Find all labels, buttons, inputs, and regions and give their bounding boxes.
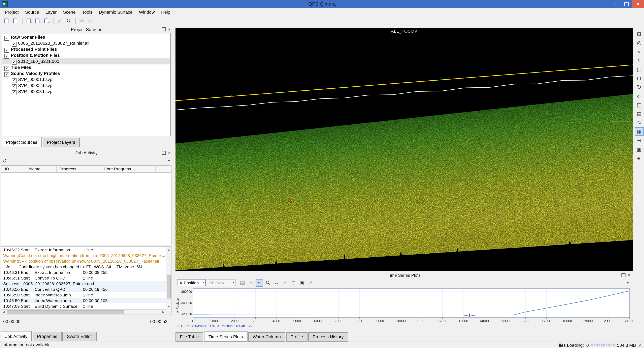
menu-window[interactable]: Window — [136, 8, 158, 17]
menu-layer[interactable]: Layer — [42, 8, 60, 17]
add-raw-sonar-files-icon[interactable]: ≈ — [24, 17, 32, 25]
rotate-view-icon[interactable]: ↻ — [635, 83, 644, 91]
checkbox[interactable]: ✓ — [4, 66, 9, 71]
zoom-box-icon[interactable]: ⊡ — [635, 74, 644, 83]
panel-menu-button[interactable]: ▾ — [627, 281, 629, 285]
dynamic-surface-icon[interactable]: ◈ — [635, 154, 644, 162]
column-header-name[interactable]: Name — [13, 166, 57, 172]
log-row[interactable]: Success0005_20120628_033627_Rainier.qpd — [1, 281, 166, 286]
compass-icon[interactable]: ◎ — [635, 39, 644, 47]
tree-item-0005-20120628-033627-rainier-all[interactable]: ✓0005_20120628_033627_Rainier.all — [2, 40, 170, 46]
scene-viewer[interactable]: ALL_POSMV — [176, 28, 633, 271]
scroll-left-icon[interactable]: ◀ — [1, 309, 6, 314]
close-panel-icon[interactable]: × — [168, 27, 171, 32]
log-row[interactable]: WarningCould not strip height informatio… — [1, 252, 166, 258]
log-horizontal-scrollbar[interactable]: ◀ ▶ — [1, 309, 166, 314]
column-header-progress[interactable]: Progress — [57, 166, 79, 172]
maximize-button[interactable] — [621, 0, 632, 8]
menu-scene[interactable]: Scene — [60, 8, 79, 17]
log-row[interactable]: 10:46:50 StartIndex Watercolumn1 line — [1, 292, 166, 298]
new-project-icon[interactable] — [2, 17, 10, 25]
crosshair-icon[interactable]: ⌖ — [635, 48, 644, 56]
polygon-select-icon[interactable]: ◇ — [635, 92, 644, 100]
checkbox[interactable]: ✓ — [4, 48, 9, 53]
checkbox[interactable]: ✓ — [12, 78, 16, 83]
split-view-icon[interactable]: ◫ — [635, 101, 644, 109]
add-layer-icon[interactable]: ⊕ — [635, 136, 644, 145]
tab-file-table[interactable]: File Table — [176, 332, 203, 341]
close-panel-icon[interactable]: × — [628, 273, 630, 277]
log-row[interactable]: 10:46:50 EndConvert To QPD00:00:19.456 — [1, 286, 166, 292]
time-series-plot[interactable]: 3200003400003600000100020003000400050006… — [176, 288, 633, 324]
scroll-right-icon[interactable]: ▶ — [160, 309, 166, 314]
log-row[interactable]: 10:46:31 EndExtract Information00:00:08.… — [1, 269, 166, 275]
scroll-thumb[interactable] — [7, 310, 124, 314]
tree-item-tide-files[interactable]: ✓Tide Files — [2, 65, 170, 71]
tree-item-2012-180-s221-000[interactable]: ✓2012_180_S221.000 — [2, 58, 170, 65]
shading-icon[interactable]: ▣ — [635, 145, 644, 153]
log-row[interactable]: 10:46:31 StartConvert To QPD1 line — [1, 275, 166, 281]
log-row[interactable]: WarningSVP position of observation unkno… — [1, 258, 166, 264]
checkbox[interactable]: ✓ — [4, 36, 9, 41]
float-panel-icon[interactable] — [162, 151, 166, 155]
float-panel-icon[interactable] — [621, 273, 625, 277]
surface-grid-icon[interactable]: ▦ — [635, 127, 644, 136]
close-button[interactable]: × — [632, 0, 644, 8]
tab-project-layers[interactable]: Project Layers — [42, 138, 80, 147]
fit-box-icon[interactable]: ▢ — [290, 279, 297, 286]
log-row[interactable]: 10:47:09 StartBuild Dynamic Surface1 lin… — [1, 303, 166, 309]
panel-menu-button[interactable]: ▾ — [168, 159, 170, 163]
refresh-icon[interactable]: ↻ — [64, 17, 72, 25]
profile-line-icon[interactable]: ∿ — [635, 118, 644, 127]
tree-item-sound-velocity-profiles[interactable]: ✓Sound Velocity Profiles — [2, 71, 170, 77]
tab-swath-editor[interactable]: Swath Editor — [62, 332, 96, 341]
tree-item-position-motion-files[interactable]: ✓Position & Motion Files — [2, 52, 170, 58]
menu-help[interactable]: Help — [158, 8, 174, 17]
tab-water-column[interactable]: Water Column — [248, 332, 285, 341]
checkbox[interactable]: ✓ — [12, 42, 16, 47]
tree-item-processed-point-files[interactable]: ✓Processed Point Files — [2, 46, 170, 52]
fit-filled-icon[interactable]: ▣ — [298, 279, 306, 286]
tree-item-svp-00001-bsvp[interactable]: ✓SVP_00001.bsvp — [2, 77, 170, 83]
menu-tools[interactable]: Tools — [79, 8, 96, 17]
close-panel-icon[interactable]: × — [168, 151, 171, 155]
checkbox[interactable]: ✓ — [4, 72, 9, 77]
checkbox[interactable]: ✓ — [4, 54, 9, 59]
checkbox[interactable]: ✓ — [12, 84, 16, 89]
channel-combo[interactable]: X-Position ▾ — [177, 279, 206, 286]
tab-time-series-plots[interactable]: Time Series Plots — [204, 331, 248, 341]
menu-dynamic-surface[interactable]: Dynamic Surface — [96, 8, 136, 17]
open-project-icon[interactable] — [11, 17, 19, 25]
tree-item-raw-sonar-files[interactable]: ✓Raw Sonar Files — [2, 34, 170, 40]
add-position-motion-icon[interactable]: ∿ — [42, 17, 50, 25]
layout-grid-icon[interactable]: ⊞ — [635, 30, 644, 38]
log-vertical-scrollbar[interactable]: ▲ ▼ — [166, 247, 171, 309]
tree-item-svp-00002-bsvp[interactable]: ✓SVP_00002.bsvp — [2, 83, 170, 89]
home-view-icon[interactable]: ⌂ — [247, 279, 255, 286]
log-row[interactable]: 10:46:50 EndIndex Watercolumn00:00:00.10… — [1, 298, 166, 303]
fit-horizontal-icon[interactable]: ↔ — [273, 279, 280, 286]
add-processed-points-icon[interactable]: ∴ — [34, 17, 42, 25]
select-arrow-icon[interactable]: ↖ — [635, 56, 644, 65]
tab-process-history[interactable]: Process History — [308, 332, 348, 341]
tab-profile[interactable]: Profile — [286, 332, 307, 341]
rect-select-icon[interactable]: ▢ — [635, 65, 644, 74]
column-header-core-progress[interactable]: Core Progress — [79, 166, 156, 172]
log-row[interactable]: InfoCoordinate system has changed to: FP… — [1, 264, 166, 269]
log-row[interactable]: 10:46:22 StartExtract Information1 line — [1, 247, 166, 252]
checkbox[interactable]: ✓ — [12, 60, 16, 65]
scroll-thumb[interactable] — [167, 275, 171, 298]
tab-properties[interactable]: Properties — [32, 332, 62, 341]
scroll-down-icon[interactable]: ▼ — [166, 304, 172, 309]
pointer-icon[interactable]: ↖ — [256, 279, 264, 286]
tree-item-svp-00003-bsvp[interactable]: ✓SVP_00003.bsvp — [2, 89, 170, 95]
menu-source[interactable]: Source — [22, 8, 42, 17]
minimize-button[interactable] — [610, 0, 621, 8]
tab-job-activity[interactable]: Job Activity — [1, 331, 32, 341]
float-panel-icon[interactable] — [162, 27, 166, 32]
tab-project-sources[interactable]: Project Sources — [2, 137, 42, 147]
fit-vertical-icon[interactable]: ↕ — [281, 279, 289, 286]
scroll-up-icon[interactable]: ▲ — [166, 247, 172, 252]
reset-jobs-icon[interactable]: ↺ — [2, 158, 7, 164]
zoom-icon[interactable] — [264, 279, 272, 286]
